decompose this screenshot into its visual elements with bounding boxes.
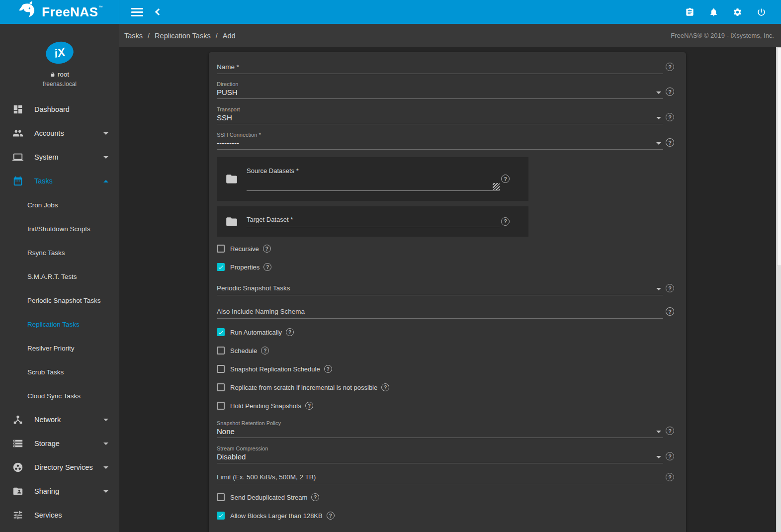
breadcrumb-replication-tasks[interactable]: Replication Tasks: [155, 32, 211, 40]
help-icon[interactable]: ?: [666, 63, 674, 71]
help-icon[interactable]: ?: [311, 493, 319, 501]
snapshot-replication-schedule-checkbox[interactable]: [217, 365, 225, 373]
sidebar-item-cron-jobs[interactable]: Cron Jobs: [0, 193, 119, 217]
schedule-checkbox[interactable]: [217, 347, 225, 355]
allow-large-blocks-checkbox[interactable]: [217, 512, 225, 520]
recursive-checkbox[interactable]: [217, 245, 225, 253]
properties-checkbox[interactable]: [217, 263, 225, 271]
source-datasets-input[interactable]: [247, 176, 500, 191]
user-name: root: [58, 71, 69, 78]
hold-pending-snapshots-checkbox[interactable]: [217, 402, 225, 410]
periodic-snapshot-tasks-select[interactable]: Periodic Snapshot Tasks: [217, 283, 663, 295]
source-datasets-body: Source Datasets *: [247, 167, 500, 191]
sidebar-item-label: Storage: [34, 440, 60, 447]
sidebar-item-label: Replication Tasks: [27, 321, 80, 328]
sidebar-item-label: System: [34, 153, 58, 161]
help-icon[interactable]: ?: [501, 175, 510, 183]
send-deduplicated-stream-label: Send Deduplicated Stream: [230, 494, 307, 501]
accounts-people-icon: [12, 128, 23, 139]
sidebar-item-init-shutdown-scripts[interactable]: Init/Shutdown Scripts: [0, 217, 119, 241]
target-dataset-input[interactable]: Target Dataset *: [247, 216, 500, 227]
checkbox-row-snapshot-replication-schedule[interactable]: Snapshot Replication Schedule ?: [217, 365, 674, 373]
checkbox-row-properties[interactable]: Properties ?: [217, 263, 674, 271]
help-icon[interactable]: ?: [666, 427, 674, 435]
replication-add-form: Name * ? Direction PUSH ? Transport SSH …: [209, 52, 686, 532]
help-icon[interactable]: ?: [666, 113, 674, 121]
help-icon[interactable]: ?: [381, 383, 389, 391]
scrollbar-thumb[interactable]: [777, 47, 781, 266]
sidebar-item-label: Init/Shutdown Scripts: [27, 225, 90, 233]
sidebar-item-smart-tests[interactable]: S.M.A.R.T. Tests: [0, 265, 119, 288]
menu-icon[interactable]: [131, 8, 143, 16]
resize-grip-icon[interactable]: [493, 183, 500, 190]
sidebar-item-directory-services[interactable]: Directory Services: [0, 455, 119, 479]
snapshot-retention-policy-select[interactable]: Snapshot Retention Policy None: [217, 420, 663, 438]
help-icon[interactable]: ?: [286, 328, 294, 336]
checkbox-row-hold-pending-snapshots[interactable]: Hold Pending Snapshots ?: [217, 402, 674, 410]
sidebar-item-network[interactable]: Network: [0, 408, 119, 432]
sidebar-item-storage[interactable]: Storage: [0, 432, 119, 455]
notifications-bell-icon[interactable]: [709, 7, 718, 17]
checkbox-row-schedule[interactable]: Schedule ?: [217, 347, 674, 355]
sidebar-item-system[interactable]: System: [0, 145, 119, 169]
checkbox-row-send-deduplicated-stream[interactable]: Send Deduplicated Stream ?: [217, 493, 674, 501]
help-icon[interactable]: ?: [324, 365, 332, 373]
run-automatically-checkbox[interactable]: [217, 328, 225, 336]
help-icon[interactable]: ?: [263, 263, 271, 271]
help-icon[interactable]: ?: [666, 307, 674, 316]
send-deduplicated-stream-checkbox[interactable]: [217, 493, 225, 501]
sidebar-item-label: Sharing: [34, 487, 59, 495]
help-icon[interactable]: ?: [666, 138, 674, 147]
sidebar-item-cloud-sync-tasks[interactable]: Cloud Sync Tasks: [0, 384, 119, 408]
help-icon[interactable]: ?: [666, 88, 674, 96]
chevron-left-icon[interactable]: [155, 8, 162, 15]
sidebar-item-resilver-priority[interactable]: Resilver Priority: [0, 336, 119, 360]
replicate-from-scratch-checkbox[interactable]: [217, 383, 225, 391]
task-manager-icon[interactable]: [685, 7, 694, 17]
ssh-connection-select[interactable]: SSH Connection * ---------: [217, 132, 663, 150]
sidebar-item-replication-tasks[interactable]: Replication Tasks: [0, 312, 119, 336]
checkbox-row-allow-large-blocks[interactable]: Allow Blocks Larger than 128KB ?: [217, 512, 674, 520]
vertical-scrollbar[interactable]: [776, 47, 781, 532]
help-icon[interactable]: ?: [501, 217, 510, 226]
sidebar-item-rsync-tasks[interactable]: Rsync Tasks: [0, 241, 119, 265]
checkbox-row-replicate-from-scratch[interactable]: Replicate from scratch if incremental is…: [217, 383, 674, 391]
help-icon[interactable]: ?: [666, 284, 674, 292]
source-datasets-panel: Source Datasets * ?: [217, 157, 528, 201]
help-icon[interactable]: ?: [666, 452, 674, 460]
sidebar-item-sharing[interactable]: Sharing: [0, 479, 119, 503]
sidebar-nav: Dashboard Accounts System Tasks Cron Job…: [0, 97, 119, 527]
checkbox-row-recursive[interactable]: Recursive ?: [217, 245, 674, 253]
breadcrumb-tasks[interactable]: Tasks: [124, 32, 143, 40]
settings-gear-icon[interactable]: [733, 7, 742, 17]
dropdown-arrow-icon: [656, 288, 661, 290]
sidebar-item-scrub-tasks[interactable]: Scrub Tasks: [0, 360, 119, 384]
sidebar-item-services[interactable]: Services: [0, 503, 119, 527]
help-icon[interactable]: ?: [261, 347, 269, 355]
transport-select[interactable]: Transport SSH: [217, 106, 663, 124]
hold-pending-snapshots-label: Hold Pending Snapshots: [230, 402, 301, 410]
sidebar-item-periodic-snapshot-tasks[interactable]: Periodic Snapshot Tasks: [0, 288, 119, 312]
naming-schema-input[interactable]: Also Include Naming Schema: [217, 307, 663, 319]
breadcrumb-bar: Tasks / Replication Tasks / Add FreeNAS®…: [119, 24, 781, 47]
help-icon[interactable]: ?: [666, 473, 674, 481]
name-input[interactable]: Name *: [217, 62, 663, 74]
run-automatically-label: Run Automatically: [230, 329, 282, 336]
sidebar: iX root freenas.local Dashboard Accounts…: [0, 24, 119, 532]
sidebar-item-accounts[interactable]: Accounts: [0, 121, 119, 145]
direction-select[interactable]: Direction PUSH: [217, 81, 663, 99]
sidebar-item-dashboard[interactable]: Dashboard: [0, 97, 119, 121]
power-icon[interactable]: [757, 7, 766, 17]
folder-icon[interactable]: [224, 215, 240, 228]
limit-input[interactable]: Limit (Ex. 500 KiB/s, 500M, 2 TB): [217, 472, 663, 484]
checkbox-row-run-automatically[interactable]: Run Automatically ?: [217, 328, 674, 336]
help-icon[interactable]: ?: [263, 245, 271, 253]
stream-compression-label: Stream Compression: [217, 445, 663, 452]
help-icon[interactable]: ?: [327, 512, 335, 520]
help-icon[interactable]: ?: [305, 402, 313, 410]
stream-compression-select[interactable]: Stream Compression Disabled: [217, 445, 663, 463]
allow-large-blocks-label: Allow Blocks Larger than 128KB: [230, 512, 323, 520]
sidebar-item-tasks[interactable]: Tasks: [0, 169, 119, 193]
folder-icon[interactable]: [224, 173, 240, 185]
chevron-down-icon: [103, 466, 108, 469]
